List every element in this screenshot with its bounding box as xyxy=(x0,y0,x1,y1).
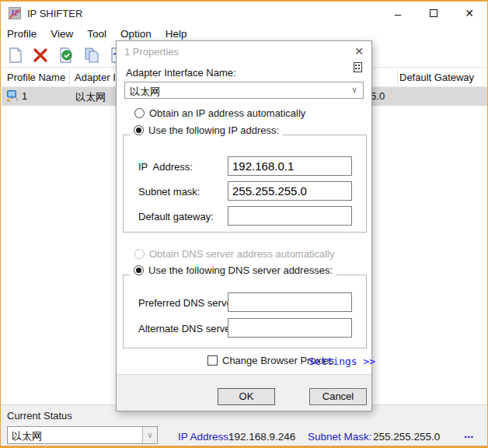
cell-adapter: 以太网 xyxy=(75,90,106,104)
properties-dialog: 1 Properties ✕ Adapter Interface Name: 以… xyxy=(116,40,372,411)
preferred-dns-field[interactable] xyxy=(228,292,352,312)
copy-icon[interactable] xyxy=(83,47,100,64)
ip-address-field[interactable] xyxy=(228,156,352,176)
radio-obtain-dns: Obtain DNS server address automatically xyxy=(134,248,334,260)
dialog-title: 1 Properties xyxy=(124,46,179,58)
radio-use-dns-label: Use the following DNS server addresses: xyxy=(148,264,333,276)
chevron-down-icon[interactable]: ∨ xyxy=(142,427,157,443)
cancel-button[interactable]: Cancel xyxy=(309,388,367,405)
alternate-dns-field[interactable] xyxy=(228,318,352,338)
subnet-mask-field[interactable] xyxy=(228,181,352,201)
dns-groupbox: Use the following DNS server addresses: … xyxy=(123,275,367,348)
close-button[interactable]: ✕ xyxy=(451,2,487,25)
preferred-dns-label: Preferred DNS server: xyxy=(138,297,239,309)
menu-view[interactable]: View xyxy=(51,26,80,41)
column-profile-name[interactable]: Profile Name xyxy=(7,72,65,83)
menu-help[interactable]: Help xyxy=(166,26,194,41)
status-ip-label: IP Address: xyxy=(178,431,232,443)
status-subnet-value: 255.255.255.0 xyxy=(373,431,440,443)
column-default-gateway[interactable]: Default Gateway xyxy=(399,72,474,83)
title-bar: IP IP SHIFTER – ✕ xyxy=(1,2,487,25)
maximize-icon xyxy=(430,9,437,17)
status-more-link[interactable]: ... xyxy=(464,427,474,440)
column-divider[interactable] xyxy=(397,70,398,86)
subnet-mask-label: Subnet mask: xyxy=(138,186,200,198)
settings-link[interactable]: Settings >> xyxy=(308,355,375,367)
apply-check-icon[interactable] xyxy=(58,47,75,64)
radio-obtain-ip-label: Obtain an IP address automatically xyxy=(149,107,305,119)
default-gateway-label: Default gateway: xyxy=(138,211,214,222)
new-profile-icon[interactable] xyxy=(7,47,24,64)
status-ip-value: 192.168.9.246 xyxy=(228,431,295,443)
maximize-button[interactable] xyxy=(416,2,451,25)
menu-bar: Profile View Tool Option Help xyxy=(1,25,487,42)
window-title: IP SHIFTER xyxy=(27,8,82,19)
dialog-close-button[interactable]: ✕ xyxy=(351,44,367,59)
radio-use-ip-label: Use the following IP address: xyxy=(148,124,279,136)
adapter-interface-label: Adapter Interface Name: xyxy=(126,67,236,79)
app-window: IP IP SHIFTER – ✕ Profile View Tool Opti… xyxy=(0,0,488,448)
radio-use-dns[interactable]: Use the following DNS server addresses: xyxy=(130,264,336,276)
radio-obtain-dns-label: Obtain DNS server address automatically xyxy=(149,248,334,260)
menu-profile[interactable]: Profile xyxy=(7,26,44,41)
delete-icon[interactable] xyxy=(32,47,49,64)
radio-use-ip[interactable]: Use the following IP address: xyxy=(130,124,283,136)
radio-obtain-ip[interactable]: Obtain an IP address automatically xyxy=(134,107,305,119)
status-subnet-label: Subnet Mask: xyxy=(308,431,372,443)
current-status-label: Current Status xyxy=(7,410,72,422)
ok-button[interactable]: OK xyxy=(218,388,275,405)
menu-tool[interactable]: Tool xyxy=(87,26,113,41)
radio-checked-icon xyxy=(134,265,144,275)
dotted-grip-icon xyxy=(354,62,362,72)
ip-groupbox: Use the following IP address: IP Address… xyxy=(123,135,367,233)
alternate-dns-label: Alternate DNS server: xyxy=(138,323,236,334)
adapter-dropdown[interactable]: 以太网 ∨ xyxy=(124,82,364,99)
checkbox-icon xyxy=(207,355,218,366)
ip-address-label: IP Address: xyxy=(138,161,193,173)
status-adapter-dropdown[interactable]: 以太网 ∨ xyxy=(7,426,158,444)
cell-profile-name: 1 xyxy=(22,90,27,102)
radio-disabled-icon xyxy=(134,249,145,259)
radio-checked-icon xyxy=(134,125,144,135)
menu-option[interactable]: Option xyxy=(120,26,159,41)
app-icon: IP xyxy=(9,7,21,19)
column-divider[interactable] xyxy=(69,70,70,86)
dialog-button-strip: OK Cancel xyxy=(117,375,371,411)
adapter-dropdown-value: 以太网 xyxy=(130,85,160,99)
minimize-button[interactable]: – xyxy=(380,2,416,25)
chevron-down-icon: ∨ xyxy=(351,85,357,95)
radio-icon xyxy=(134,108,145,118)
status-adapter-value: 以太网 xyxy=(12,429,42,443)
default-gateway-field[interactable] xyxy=(228,206,352,226)
profile-adapter-icon xyxy=(6,89,19,103)
